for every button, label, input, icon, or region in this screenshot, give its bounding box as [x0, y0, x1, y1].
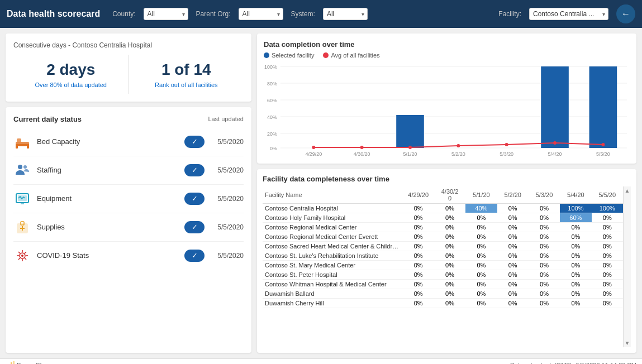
daily-status-title: Current daily status [13, 115, 82, 123]
data-cell: 0% [529, 251, 560, 261]
powerbi-icon [6, 361, 15, 364]
staffing-icon [13, 161, 31, 179]
data-cell: 0% [560, 289, 591, 299]
svg-rect-4 [27, 146, 29, 149]
powerbi-label: Power BI [17, 362, 42, 364]
county-select[interactable]: All [144, 8, 188, 20]
data-cell: 0% [402, 213, 434, 223]
staffing-date: 5/5/2020 [210, 166, 244, 174]
data-cell: 0% [529, 299, 560, 308]
facility-name-cell: Contoso St. Luke's Rehabilitation Instit… [263, 251, 402, 261]
table-row: Contoso Whitman Hospital & Medical Cente… [263, 280, 623, 289]
data-cell: 40% [465, 204, 497, 213]
right-panel: Data completion over time Selected facil… [257, 33, 636, 353]
covid-date: 5/5/2020 [210, 252, 244, 260]
data-cell: 0% [465, 251, 497, 261]
refresh-info: Data refreshed: (GMT) 5/5/2020 11:14:20 … [510, 362, 636, 364]
svg-text:5/3/20: 5/3/20 [500, 151, 513, 157]
data-cell: 100% [560, 204, 591, 213]
facility-data-table: Facility Name 4/29/20 4/30/20 5/1/20 5/2… [263, 186, 623, 308]
data-cell: 0% [497, 242, 529, 251]
table-row: Contoso Regional Medical Center Everett0… [263, 232, 623, 242]
facility-name-cell: Contoso Sacred Heart Medical Center & Ch… [263, 242, 402, 251]
svg-rect-60 [13, 361, 15, 364]
facility-name-cell: Contoso Centralia Hospital [263, 204, 402, 213]
data-cell: 0% [560, 280, 591, 289]
data-cell: 0% [402, 204, 434, 213]
staffing-check: ✓ [184, 164, 205, 176]
back-button[interactable]: ← [616, 4, 635, 23]
data-cell: 0% [592, 299, 623, 308]
facility-name-cell: Duwamish Ballard [263, 289, 402, 299]
header: Data health scorecard County: All Parent… [0, 0, 642, 28]
table-row: Contoso Holy Family Hospital0%0%0%0%0%60… [263, 213, 623, 223]
data-cell: 0% [434, 280, 465, 289]
table-row: Contoso Centralia Hospital0%0%40%0%0%100… [263, 204, 623, 213]
svg-rect-3 [16, 146, 18, 149]
data-cell: 0% [592, 289, 623, 299]
data-cell: 0% [529, 213, 560, 223]
data-cell: 0% [465, 242, 497, 251]
facility-table-title: Facility data completeness over time [263, 175, 631, 183]
data-cell: 0% [434, 242, 465, 251]
app-title: Data health scorecard [7, 9, 100, 19]
left-panel: Consecutive days - Contoso Centralia Hos… [6, 33, 251, 353]
data-cell: 0% [529, 289, 560, 299]
system-filter[interactable]: All [323, 8, 368, 20]
data-cell: 0% [592, 261, 623, 270]
facility-name-cell: Duwamish Cherry Hill [263, 299, 402, 308]
table-row: Duwamish Ballard0%0%0%0%0%0%0% [263, 289, 623, 299]
col-54: 5/4/20 [560, 186, 591, 204]
facility-name-cell: Contoso St. Peter Hospital [263, 270, 402, 280]
footer: Power BI Data refreshed: (GMT) 5/5/2020 … [0, 358, 642, 364]
data-cell: 0% [560, 270, 591, 280]
legend-selected-facility: Selected facility [264, 52, 314, 59]
bed-capacity-label: Bed Capacity [37, 137, 179, 146]
rank-value: 1 of 14 [135, 60, 239, 79]
data-cell: 0% [434, 213, 465, 223]
data-cell: 0% [402, 299, 434, 308]
scroll-bar[interactable]: ▲ ▼ [623, 186, 631, 347]
svg-rect-38 [396, 115, 424, 148]
data-cell: 0% [434, 223, 465, 232]
status-item-covid: COVID-19 Stats ✓ 5/5/2020 [13, 242, 244, 270]
covid-icon [13, 247, 31, 265]
scroll-up-arrow[interactable]: ▲ [625, 188, 630, 194]
svg-rect-2 [17, 138, 21, 142]
equipment-date: 5/5/2020 [210, 195, 244, 203]
data-cell: 0% [465, 223, 497, 232]
svg-text:4/29/20: 4/29/20 [305, 151, 322, 157]
facility-filter[interactable]: Contoso Centralia ... [529, 8, 608, 20]
table-row: Contoso St. Mary Medical Center0%0%0%0%0… [263, 261, 623, 270]
svg-point-44 [360, 146, 364, 149]
days-stat-box: 2 days Over 80% of data updated [13, 55, 129, 94]
data-cell: 0% [497, 270, 529, 280]
svg-rect-9 [21, 203, 24, 204]
svg-point-48 [553, 141, 557, 145]
refresh-time: 5/5/2020 11:14:20 PM [576, 362, 636, 364]
legend-avg-label: Avg of all facilities [331, 52, 379, 59]
svg-text:4/30/20: 4/30/20 [354, 151, 370, 157]
svg-rect-41 [541, 66, 569, 148]
svg-text:100%: 100% [264, 64, 277, 70]
svg-text:5/1/20: 5/1/20 [403, 151, 417, 157]
covid-check: ✓ [184, 250, 205, 262]
bed-capacity-icon [13, 133, 31, 151]
scroll-down-arrow[interactable]: ▼ [625, 340, 630, 346]
col-51: 5/1/20 [465, 186, 497, 204]
data-cell: 0% [434, 270, 465, 280]
consecutive-days-title: Consecutive days - Contoso Centralia Hos… [13, 41, 244, 49]
facility-select[interactable]: Contoso Centralia ... [529, 8, 608, 20]
col-52: 5/2/20 [497, 186, 529, 204]
data-cell: 0% [497, 251, 529, 261]
data-cell: 0% [529, 232, 560, 242]
data-cell: 0% [402, 261, 434, 270]
data-cell: 0% [497, 223, 529, 232]
svg-text:5/4/20: 5/4/20 [548, 151, 562, 157]
parent-org-filter[interactable]: All [239, 8, 283, 20]
staffing-label: Staffing [37, 166, 179, 174]
parent-org-select[interactable]: All [239, 8, 283, 20]
system-select[interactable]: All [323, 8, 368, 20]
data-cell: 0% [592, 223, 623, 232]
county-filter[interactable]: All [144, 8, 188, 20]
